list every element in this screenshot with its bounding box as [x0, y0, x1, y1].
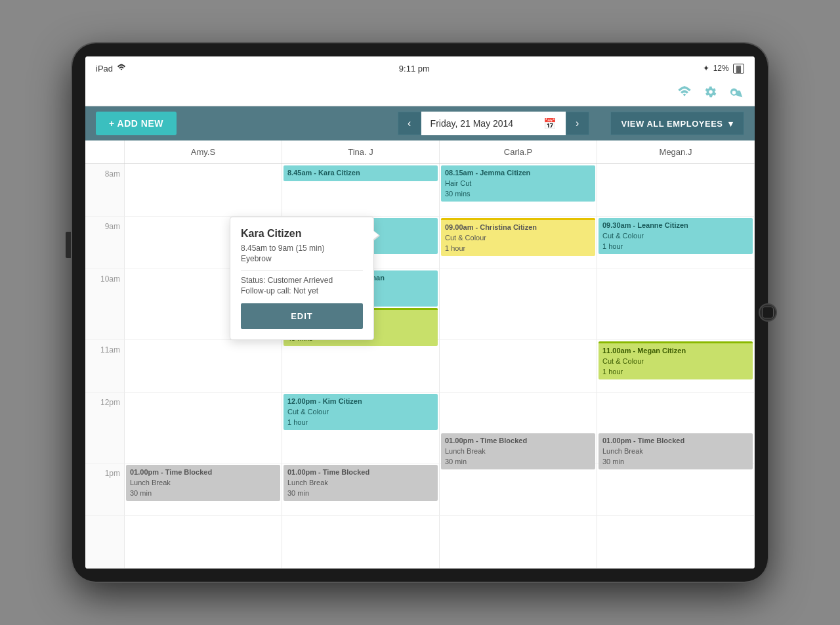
cell-tina-1pm[interactable]: 01.00pm - Time Blocked Lunch Break 30 mi… [282, 463, 440, 516]
time-label-12pm: 12pm [85, 393, 125, 463]
gear-icon[interactable] [704, 85, 718, 102]
add-new-button[interactable]: + ADD NEW [96, 112, 177, 135]
status-left: iPad [96, 63, 126, 74]
cell-tina-12pm[interactable]: 12.00pm - Kim Citizen Cut & Colour 1 hou… [282, 393, 440, 463]
view-all-employees-button[interactable]: VIEW ALL EMPLOYEES ▾ [610, 112, 744, 135]
col-header-megan: Megan.J [597, 140, 755, 163]
appt-kim-title: 12.00pm - Kim Citizen [287, 397, 434, 406]
appt-megan-blocked-service: Lunch Break [602, 446, 749, 456]
appt-christina-title: 09.00am - Christina Citizen [445, 223, 591, 232]
appt-carla-blocked-title: 01.00pm - Time Blocked [445, 436, 591, 446]
calendar-body: 8am 8.45am - Kara Citizen 08.15am - Jemm… [85, 164, 755, 569]
appt-christina-service: Cut & Colour [445, 233, 591, 243]
column-headers: Amy.S Tina. J Carla.P Megan.J [85, 140, 755, 164]
appt-leanne-duration: 1 hour [602, 242, 749, 251]
cell-tina-11am[interactable] [282, 340, 440, 393]
nav-controls: ‹ Friday, 21 May 2014 📅 › [398, 112, 589, 135]
appt-jemma-duration: 30 mins [445, 189, 591, 199]
date-display: Friday, 21 May 2014 📅 [421, 112, 566, 135]
home-button[interactable] [759, 303, 777, 322]
popup-overlay: Kara Citizen 8.45am to 9am (15 min) Eyeb… [230, 217, 374, 340]
cell-carla-9am[interactable]: 09.00am - Christina Citizen Cut & Colour… [440, 217, 597, 269]
time-label-11am: 11am [85, 340, 125, 393]
appt-christina-citizen[interactable]: 09.00am - Christina Citizen Cut & Colour… [441, 218, 595, 256]
appt-kara-citizen[interactable]: 8.45am - Kara Citizen [284, 165, 438, 181]
toolbar: + ADD NEW ‹ Friday, 21 May 2014 📅 › VIEW… [85, 106, 755, 140]
appt-carla-blocked-service: Lunch Break [445, 446, 591, 456]
appt-tina-blocked-duration: 30 min [287, 488, 434, 498]
col-header-carla: Carla.P [440, 140, 597, 163]
appt-megan-blocked-title: 01.00pm - Time Blocked [602, 436, 749, 446]
appt-megan-service: Cut & Colour [602, 356, 749, 366]
appt-jemma-service: Hair Cut [445, 179, 591, 188]
battery-percent: 12% [713, 64, 729, 73]
cell-carla-11am[interactable] [440, 340, 597, 393]
popup-divider [241, 270, 363, 270]
cell-megan-1pm[interactable] [597, 463, 755, 516]
cell-amy-12pm[interactable] [125, 393, 282, 463]
volume-button [66, 232, 71, 258]
appt-jemma-title: 08.15am - Jemma Citizen [445, 168, 591, 178]
cell-megan-extra1[interactable] [597, 516, 755, 569]
appt-tina-time-blocked[interactable]: 01.00pm - Time Blocked Lunch Break 30 mi… [284, 465, 438, 501]
appointment-popup: Kara Citizen 8.45am to 9am (15 min) Eyeb… [230, 217, 374, 340]
appt-amy-blocked-service: Lunch Break [130, 478, 276, 488]
cell-megan-9am[interactable]: 09.30am - Leanne Citizen Cut & Colour 1 … [597, 217, 755, 269]
calendar-icon[interactable]: 📅 [543, 118, 556, 130]
chevron-down-icon: ▾ [728, 119, 734, 129]
appt-megan-duration: 1 hour [602, 367, 749, 377]
appt-amy-blocked-duration: 30 min [130, 488, 276, 498]
cell-carla-extra1[interactable] [440, 516, 597, 569]
cell-amy-1pm[interactable]: 01.00pm - Time Blocked Lunch Break 30 mi… [125, 463, 282, 516]
cell-carla-8am[interactable]: 08.15am - Jemma Citizen Hair Cut 30 mins [440, 164, 597, 217]
appt-kim-duration: 1 hour [287, 418, 434, 427]
status-bar: iPad 9:11 pm ✦ 12% ▓ [85, 56, 755, 80]
wifi-settings-icon[interactable] [677, 85, 692, 102]
cell-megan-12pm[interactable]: 01.00pm - Time Blocked Lunch Break 30 mi… [597, 393, 755, 463]
status-time: 9:11 pm [399, 64, 430, 74]
date-text: Friday, 21 May 2014 [430, 118, 514, 129]
appt-tina-blocked-service: Lunch Break [287, 478, 434, 488]
cell-megan-8am[interactable] [597, 164, 755, 217]
appt-amy-time-blocked[interactable]: 01.00pm - Time Blocked Lunch Break 30 mi… [126, 465, 280, 501]
appt-megan-citizen[interactable]: 11.00am - Megan Citizen Cut & Colour 1 h… [598, 341, 753, 379]
appt-jemma-citizen[interactable]: 08.15am - Jemma Citizen Hair Cut 30 mins [441, 165, 595, 202]
next-button[interactable]: › [566, 112, 589, 135]
appt-leanne-service: Cut & Colour [602, 231, 749, 241]
time-col-header [85, 140, 125, 163]
popup-customer-name: Kara Citizen [241, 228, 363, 240]
appt-leanne-title: 09.30am - Leanne Citizen [602, 221, 749, 230]
time-label-1pm: 1pm [85, 463, 125, 516]
view-all-label: VIEW ALL EMPLOYEES [621, 119, 723, 129]
edit-button[interactable]: EDIT [241, 303, 363, 329]
key-icon[interactable] [730, 85, 744, 102]
status-right: ✦ 12% ▓ [703, 64, 744, 74]
col-header-tina: Tina. J [282, 140, 440, 163]
popup-service: Eyebrow [241, 254, 363, 263]
popup-followup: Follow-up call: Not yet [241, 286, 363, 295]
appt-kim-citizen[interactable]: 12.00pm - Kim Citizen Cut & Colour 1 hou… [284, 394, 438, 430]
appt-leanne-citizen[interactable]: 09.30am - Leanne Citizen Cut & Colour 1 … [598, 218, 753, 254]
bluetooth-icon: ✦ [703, 64, 709, 73]
cell-amy-11am[interactable] [125, 340, 282, 393]
cell-megan-11am[interactable]: 11.00am - Megan Citizen Cut & Colour 1 h… [597, 340, 755, 393]
cell-amy-extra1[interactable] [125, 516, 282, 569]
cell-carla-10am[interactable] [440, 269, 597, 340]
cell-amy-8am[interactable] [125, 164, 282, 217]
device-label: iPad [96, 64, 113, 74]
icon-bar [85, 80, 755, 106]
cell-megan-10am[interactable] [597, 269, 755, 340]
cell-tina-8am[interactable]: 8.45am - Kara Citizen [282, 164, 440, 217]
appt-megan-title: 11.00am - Megan Citizen [602, 346, 749, 356]
prev-button[interactable]: ‹ [398, 112, 421, 135]
col-header-amy: Amy.S [125, 140, 282, 163]
time-label-10am: 10am [85, 269, 125, 340]
time-label-extra1 [85, 516, 125, 569]
cell-tina-extra1[interactable] [282, 516, 440, 569]
appt-christina-duration: 1 hour [445, 244, 591, 253]
appt-kara-title: 8.45am - Kara Citizen [287, 168, 434, 178]
cell-carla-12pm[interactable]: 01.00pm - Time Blocked Lunch Break 30 mi… [440, 393, 597, 463]
battery-icon: ▓ [733, 64, 744, 74]
appt-amy-blocked-title: 01.00pm - Time Blocked [130, 467, 276, 477]
cell-carla-1pm[interactable] [440, 463, 597, 516]
